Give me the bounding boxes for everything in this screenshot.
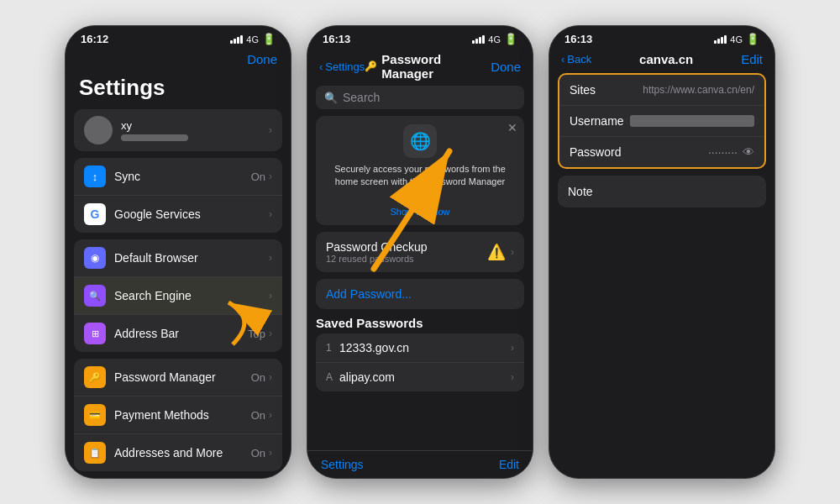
detail-back-label: Back	[567, 53, 591, 66]
battery-icon-3: 🔋	[746, 33, 759, 45]
done-button-1[interactable]: Done	[247, 52, 277, 66]
search-placeholder-text: Search	[343, 91, 380, 104]
saved-passwords-title: Saved Passwords	[316, 316, 524, 330]
pm-bottom-edit-button[interactable]: Edit	[499, 458, 519, 471]
pm-checkup-card[interactable]: Password Checkup 12 reused passwords ⚠️ …	[316, 232, 524, 272]
saved-index-1: A	[326, 371, 339, 383]
pm-widget-card: ✕ 🌐 Securely access your passwords from …	[316, 116, 524, 225]
signal-bars-3	[714, 35, 727, 44]
phone3-wrapper: 16:13 4G 🔋 ‹ Back canva.cn Edit	[549, 25, 775, 479]
chevron-icon: ›	[511, 342, 514, 354]
network-label-1: 4G	[246, 34, 259, 45]
detail-field-username: Username blurred	[559, 106, 764, 137]
saved-domain-1: alipay.com	[339, 370, 511, 384]
pm-value: On	[251, 371, 265, 384]
status-icons-2: 4G 🔋	[472, 33, 517, 45]
password-manager-icon: 🔑	[84, 366, 106, 388]
settings-group-sync: ↕ Sync On › G Google Services ›	[74, 158, 282, 233]
status-bar-2: 16:13 4G 🔋	[307, 26, 533, 49]
pm-done-button[interactable]: Done	[491, 60, 521, 74]
phone1-header: Done	[66, 49, 291, 71]
phone2: 16:13 4G 🔋 ‹ Settings 🔑 Password Manag	[307, 25, 533, 479]
search-icon: 🔍	[324, 92, 338, 104]
detail-credential-card: Sites https://www.canva.cn/en/ Username …	[558, 73, 766, 169]
saved-password-row-0[interactable]: 1 12333.gov.cn ›	[316, 333, 524, 363]
settings-row-payment-methods[interactable]: 💳 Payment Methods On ›	[74, 396, 282, 434]
pm-title-area: 🔑 Password Manager	[365, 52, 491, 81]
pm-header: ‹ Settings 🔑 Password Manager Done	[307, 49, 533, 86]
back-chevron-icon-3: ‹	[561, 53, 564, 66]
detail-note-card: Note	[558, 176, 766, 207]
note-label: Note	[568, 185, 593, 198]
username-field-label: Username	[570, 114, 630, 128]
profile-row[interactable]: xy ›	[74, 109, 282, 151]
settings-row-addresses[interactable]: 📋 Addresses and More On ›	[74, 434, 282, 471]
pm-title-label: Password Manager	[381, 52, 491, 81]
chevron-icon: ›	[269, 252, 272, 264]
chevron-icon: ›	[269, 409, 272, 421]
pm-widget-close-button[interactable]: ✕	[507, 121, 517, 134]
signal-bars	[230, 35, 243, 44]
pm-content: ✕ 🌐 Securely access your passwords from …	[307, 116, 533, 450]
settings-row-sync[interactable]: ↕ Sync On ›	[74, 158, 282, 196]
pm-key-icon: 🔑	[365, 60, 377, 72]
payment-methods-label: Payment Methods	[114, 408, 251, 422]
phone1-wrapper: 16:12 4G 🔋 Done Settings	[65, 25, 291, 479]
chevron-icon: ›	[269, 171, 272, 182]
pm-search-area: 🔍 Search	[307, 86, 533, 116]
search-box[interactable]: 🔍 Search	[316, 86, 524, 109]
chevron-icon: ›	[269, 371, 272, 383]
settings-row-default-browser[interactable]: ◉ Default Browser ›	[74, 239, 282, 277]
settings-group-passwords: 🔑 Password Manager On › 💳 Payment Method…	[74, 359, 282, 471]
settings-row-address-bar[interactable]: ⊞ Address Bar Top ›	[74, 315, 282, 352]
default-browser-label: Default Browser	[114, 251, 269, 265]
status-bar-3: 16:13 4G 🔋	[549, 26, 774, 49]
chevron-icon: ›	[511, 371, 514, 383]
add-password-label: Add Password...	[326, 287, 412, 301]
pm-back-button[interactable]: ‹ Settings	[319, 60, 365, 73]
pm-checkup-subtitle: 12 reused passwords	[326, 254, 487, 264]
google-label: Google Services	[114, 207, 269, 221]
address-bar-value: Top	[248, 328, 265, 340]
eye-icon[interactable]: 👁	[743, 145, 754, 159]
pm-widget-desc: Securely access your passwords from the …	[326, 163, 514, 202]
saved-passwords-section: Saved Passwords 1 12333.gov.cn › A alipa…	[316, 316, 524, 450]
pm-bottom-settings-link[interactable]: Settings	[321, 458, 364, 471]
sync-icon: ↕	[84, 165, 106, 187]
password-dots: ·········	[630, 145, 738, 159]
phone1: 16:12 4G 🔋 Done Settings	[65, 25, 291, 479]
detail-site-title: canva.cn	[639, 52, 693, 66]
chevron-icon: ›	[269, 124, 272, 136]
add-password-button[interactable]: Add Password...	[316, 279, 524, 309]
chevron-icon: ›	[511, 246, 514, 258]
show-me-how-link[interactable]: Show Me How	[326, 207, 514, 217]
detail-back-button[interactable]: ‹ Back	[561, 53, 591, 66]
detail-header: ‹ Back canva.cn Edit	[549, 49, 774, 73]
status-time-1: 16:12	[81, 33, 108, 45]
payment-value: On	[251, 409, 265, 422]
battery-icon-2: 🔋	[504, 33, 517, 45]
saved-passwords-list: 1 12333.gov.cn › A alipay.com ›	[316, 333, 524, 391]
sync-label: Sync	[114, 170, 251, 183]
address-bar-label: Address Bar	[114, 327, 248, 340]
profile-info: xy	[121, 119, 269, 141]
network-label-3: 4G	[730, 34, 743, 45]
default-browser-icon: ◉	[84, 247, 106, 269]
settings-row-google[interactable]: G Google Services ›	[74, 196, 282, 233]
phone3: 16:13 4G 🔋 ‹ Back canva.cn Edit	[549, 25, 775, 479]
search-engine-icon: 🔍	[84, 285, 106, 307]
chevron-icon: ›	[269, 447, 272, 459]
settings-row-search-engine[interactable]: 🔍 Search Engine ›	[74, 277, 282, 315]
chevron-icon: ›	[269, 328, 272, 339]
chevron-icon: ›	[269, 208, 272, 220]
status-icons-1: 4G 🔋	[230, 33, 276, 45]
detail-edit-button[interactable]: Edit	[741, 52, 763, 66]
password-field-label: Password	[570, 145, 630, 159]
settings-row-password-manager[interactable]: 🔑 Password Manager On ›	[74, 359, 282, 396]
pm-widget-icon-area: 🌐	[326, 124, 514, 158]
warning-icon: ⚠️	[487, 243, 506, 261]
saved-password-row-1[interactable]: A alipay.com ›	[316, 363, 524, 391]
profile-subtitle	[121, 134, 188, 141]
sites-field-value: https://www.canva.cn/en/	[630, 84, 754, 96]
detail-field-sites: Sites https://www.canva.cn/en/	[559, 75, 764, 106]
